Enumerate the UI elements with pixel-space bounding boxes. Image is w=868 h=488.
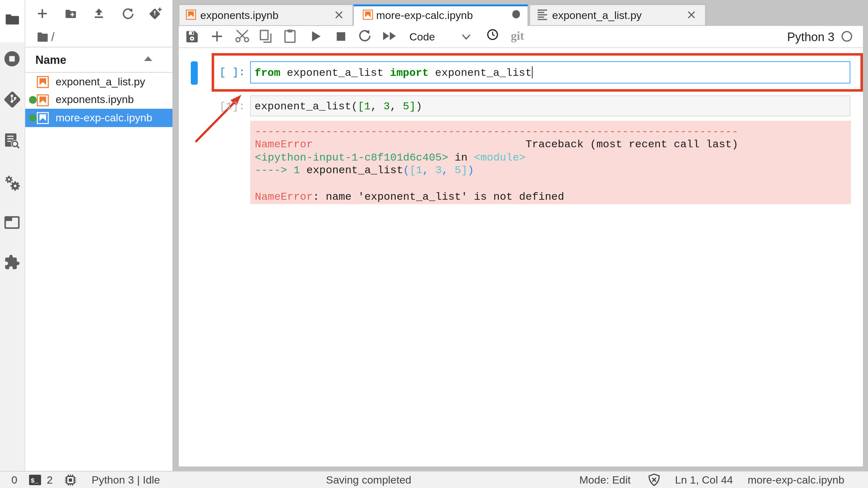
svg-text:$_: $_ [31,477,39,484]
